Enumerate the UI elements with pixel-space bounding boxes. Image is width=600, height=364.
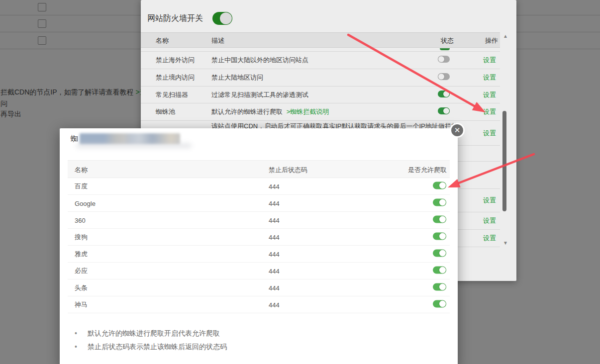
spider-name: 必应 (75, 267, 88, 275)
column-allow-crawl: 是否允许爬取 (408, 166, 447, 175)
ban-status-code: 444 (269, 250, 280, 258)
spider-table: 名称 禁止后状态码 是否允许爬取 百度 444 Google 444 360 4… (68, 160, 450, 313)
ban-status-code: 444 (269, 216, 280, 224)
spider-name: 神马 (75, 300, 88, 309)
ban-status-code: 444 (269, 267, 280, 274)
toggle-knob (439, 267, 446, 273)
note-item: 默认允许的蜘蛛进行爬取开启代表允许爬取 (75, 329, 227, 338)
spider-row: 百度 444 (68, 178, 450, 195)
spider-row: 神马 444 (68, 296, 450, 313)
spider-name: Google (75, 199, 96, 207)
spider-name: 雅虎 (75, 250, 88, 259)
ban-status-code: 444 (269, 182, 280, 190)
modal-notes: 默认允许的蜘蛛进行爬取开启代表允许爬取 禁止后状态码表示禁止该蜘蛛后返回的状态码 (75, 329, 227, 356)
note-item: 禁止后状态码表示禁止该蜘蛛后返回的状态码 (75, 343, 227, 352)
allow-crawl-toggle[interactable] (433, 266, 446, 273)
redacted-title-blur (80, 133, 180, 144)
spider-table-header: 名称 禁止后状态码 是否允许爬取 (68, 160, 450, 178)
spider-name: 头条 (75, 283, 88, 292)
spider-modal: 蜘 名称 禁止后状态码 是否允许爬取 百度 444 Google 444 360… (60, 128, 458, 364)
column-ban-code: 禁止后状态码 (269, 166, 307, 175)
ban-status-code: 444 (269, 199, 280, 207)
toggle-knob (439, 283, 446, 290)
spider-row: 雅虎 444 (68, 246, 450, 263)
allow-crawl-toggle[interactable] (433, 182, 446, 189)
ban-status-code: 444 (269, 284, 280, 291)
spider-row: Google 444 (68, 195, 450, 212)
ban-status-code: 444 (269, 233, 280, 241)
toggle-knob (439, 216, 446, 222)
toggle-knob (439, 300, 446, 307)
modal-title: 蜘 (71, 134, 78, 144)
toggle-knob (439, 250, 446, 256)
spider-row: 头条 444 (68, 279, 450, 296)
toggle-knob (439, 182, 446, 188)
toggle-knob (439, 233, 446, 239)
allow-crawl-toggle[interactable] (433, 283, 446, 290)
allow-crawl-toggle[interactable] (433, 249, 446, 257)
spider-row: 360 444 (68, 212, 450, 229)
allow-crawl-toggle[interactable] (433, 198, 446, 206)
spider-name: 360 (75, 216, 86, 224)
allow-crawl-toggle[interactable] (433, 232, 446, 240)
toggle-knob (439, 199, 446, 205)
spider-name: 百度 (75, 182, 88, 191)
ban-status-code: 444 (269, 301, 280, 308)
allow-crawl-toggle[interactable] (433, 300, 446, 307)
allow-crawl-toggle[interactable] (433, 215, 446, 223)
spider-name: 搜狗 (75, 233, 88, 242)
spider-row: 必应 444 (68, 263, 450, 279)
column-name: 名称 (75, 166, 88, 175)
spider-row: 搜狗 444 (68, 229, 450, 246)
close-icon[interactable]: ✕ (450, 123, 465, 138)
